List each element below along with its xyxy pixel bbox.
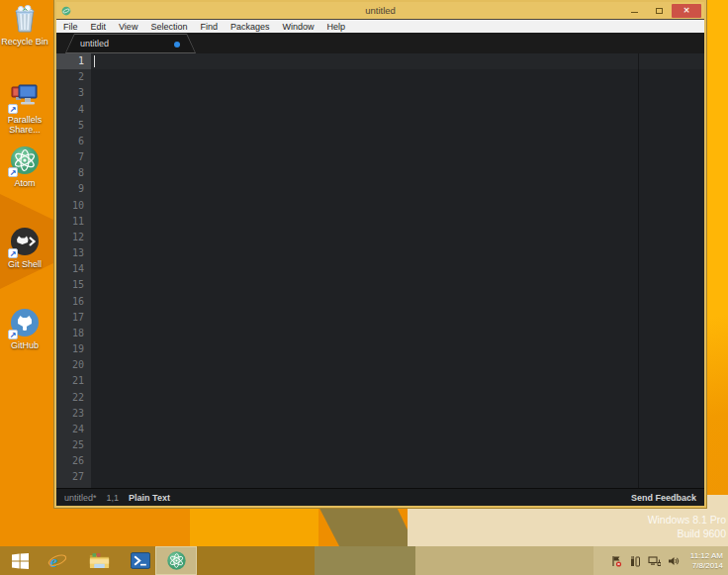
line-number[interactable]: 24 [56, 422, 91, 437]
line-number[interactable]: 26 [56, 453, 91, 469]
parallels-shared-icon: ↗ [9, 81, 41, 113]
taskbar-file-explorer-button[interactable] [81, 546, 117, 575]
powershell-icon [131, 552, 150, 569]
file-explorer-icon [89, 552, 110, 570]
line-number[interactable]: 17 [56, 310, 91, 326]
clock-time: 11:12 AM [690, 551, 723, 561]
git-shell-icon: ↗ [9, 226, 41, 257]
status-bar: untitled* 1,1 Plain Text Send Feedback [56, 488, 704, 506]
desktop-icon-recycle-bin[interactable]: Recycle Bin [0, 3, 49, 47]
editor-gutter: 1234567891011121314151617181920212223242… [56, 53, 91, 488]
line-number[interactable]: 6 [56, 134, 91, 149]
line-number[interactable]: 20 [56, 357, 91, 373]
window-controls: ✕ [622, 2, 704, 19]
menu-window[interactable]: Window [282, 22, 314, 32]
send-feedback-link[interactable]: Send Feedback [631, 493, 696, 503]
github-icon: ↗ [9, 307, 41, 338]
line-number[interactable]: 27 [56, 469, 91, 485]
taskbar-atom-button[interactable] [155, 546, 197, 575]
shortcut-arrow-icon: ↗ [8, 104, 18, 114]
close-icon: ✕ [683, 7, 690, 15]
desktop-icon-label: Git Shell [0, 259, 49, 269]
line-number[interactable]: 1 [56, 53, 91, 69]
menu-view[interactable]: View [119, 22, 137, 32]
menubar: File Edit View Selection Find Packages W… [56, 20, 704, 33]
line-number[interactable]: 13 [56, 245, 91, 261]
safely-remove-hardware-icon[interactable] [629, 555, 641, 567]
taskbar-internet-explorer-button[interactable]: e [40, 546, 75, 575]
menu-packages[interactable]: Packages [230, 22, 270, 32]
line-number[interactable]: 7 [56, 149, 91, 165]
desktop-icon-label: GitHub [0, 340, 49, 350]
network-icon[interactable] [648, 555, 661, 567]
line-number[interactable]: 15 [56, 277, 91, 293]
desktop-icon-git-shell[interactable]: ↗ Git Shell [0, 226, 49, 269]
line-number[interactable]: 22 [56, 390, 91, 406]
close-button[interactable]: ✕ [672, 4, 701, 18]
window-title: untitled [56, 5, 704, 16]
line-number[interactable]: 9 [56, 181, 91, 197]
atom-window: untitled ✕ File Edit View Selection Find… [54, 0, 706, 508]
line-number[interactable]: 4 [56, 102, 91, 118]
line-number[interactable]: 10 [56, 198, 91, 214]
line-number[interactable]: 12 [56, 230, 91, 245]
start-button[interactable] [4, 546, 36, 575]
recycle-bin-icon [9, 3, 41, 35]
screen: Recycle Bin ↗ Parallels Share... [0, 0, 728, 575]
titlebar[interactable]: untitled ✕ [56, 2, 704, 20]
desktop-icon-label: Recycle Bin [0, 37, 49, 47]
desktop-icon-parallels-shared[interactable]: ↗ Parallels Share... [0, 81, 49, 135]
desktop-icon-label: Parallels Share... [0, 115, 49, 135]
text-cursor [94, 55, 95, 67]
line-number[interactable]: 3 [56, 85, 91, 101]
menu-edit[interactable]: Edit [91, 22, 107, 32]
active-line-highlight [91, 53, 704, 69]
svg-text:e: e [50, 551, 58, 571]
watermark-line1: Windows 8.1 Pro [648, 514, 726, 527]
shortcut-arrow-icon: ↗ [8, 167, 18, 177]
menu-file[interactable]: File [63, 22, 78, 32]
line-number[interactable]: 21 [56, 373, 91, 389]
minimize-button[interactable] [622, 4, 647, 18]
line-number[interactable]: 11 [56, 214, 91, 230]
desktop-icon-atom[interactable]: ↗ Atom [0, 144, 49, 188]
volume-icon[interactable] [668, 555, 680, 567]
maximize-button[interactable] [647, 4, 672, 18]
menu-selection[interactable]: Selection [150, 22, 187, 32]
action-center-flag-icon[interactable] [610, 555, 622, 567]
taskbar-powershell-button[interactable] [123, 546, 158, 575]
maximize-icon [656, 8, 663, 14]
system-tray: 11:12 AM 7/8/2014 [610, 546, 728, 575]
line-number[interactable]: 19 [56, 341, 91, 357]
wrap-guide [638, 53, 639, 488]
tab-untitled[interactable]: untitled [65, 34, 196, 53]
code-area[interactable] [91, 53, 704, 488]
menu-find[interactable]: Find [200, 22, 218, 32]
line-number[interactable]: 14 [56, 261, 91, 277]
clock-date: 7/8/2014 [690, 561, 723, 571]
line-number[interactable]: 2 [56, 69, 91, 85]
tab-modified-indicator[interactable] [174, 42, 180, 48]
menu-help[interactable]: Help [326, 22, 345, 32]
status-grammar-selector[interactable]: Plain Text [129, 493, 170, 503]
line-number[interactable]: 25 [56, 437, 91, 453]
watermark-line2: Build 9600 [648, 527, 726, 541]
taskbar: e [0, 546, 728, 575]
line-number[interactable]: 16 [56, 294, 91, 310]
line-number[interactable]: 8 [56, 165, 91, 181]
internet-explorer-icon: e [47, 551, 67, 571]
taskbar-clock[interactable]: 11:12 AM 7/8/2014 [690, 551, 723, 571]
line-number[interactable]: 18 [56, 326, 91, 341]
status-filename: untitled* [64, 493, 97, 503]
minimize-icon [631, 12, 638, 13]
editor: 1234567891011121314151617181920212223242… [56, 53, 704, 488]
tab-label: untitled [66, 39, 109, 48]
line-number[interactable]: 5 [56, 118, 91, 134]
tab-bar: untitled [56, 33, 704, 53]
desktop-icon-label: Atom [0, 178, 49, 188]
status-cursor-position: 1,1 [107, 493, 120, 503]
desktop-icon-github[interactable]: ↗ GitHub [0, 307, 49, 350]
windows-logo-icon [12, 553, 29, 569]
atom-taskbar-icon [166, 550, 187, 571]
line-number[interactable]: 23 [56, 406, 91, 422]
